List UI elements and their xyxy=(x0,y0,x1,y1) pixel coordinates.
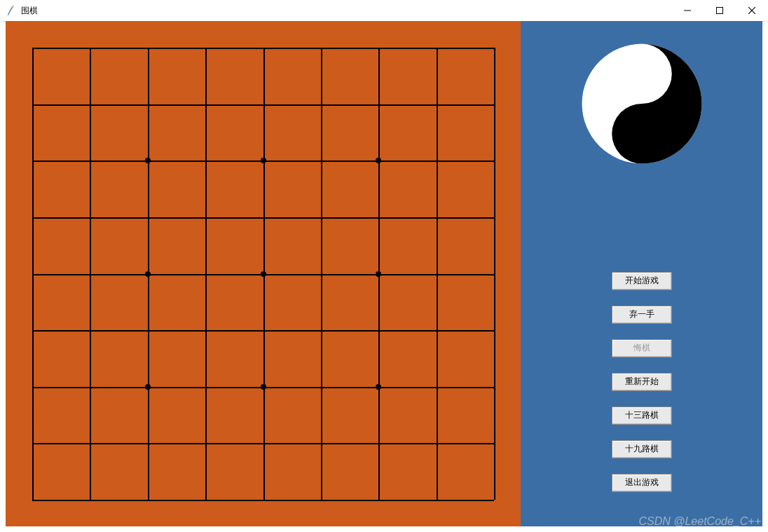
button-column: 开始游戏 弃一手 悔棋 重新开始 十三路棋 十九路棋 退出游戏 xyxy=(612,272,672,492)
restart-button[interactable]: 重新开始 xyxy=(612,373,672,391)
side-pane: 开始游戏 弃一手 悔棋 重新开始 十三路棋 十九路棋 退出游戏 xyxy=(521,21,762,526)
star-point xyxy=(145,158,151,163)
window-controls xyxy=(671,0,768,21)
grid-hline xyxy=(32,330,494,332)
board-pane xyxy=(6,21,521,526)
star-point xyxy=(261,271,266,277)
star-point xyxy=(145,384,151,390)
grid-vline xyxy=(494,48,495,500)
svg-point-5 xyxy=(635,67,649,81)
quit-button[interactable]: 退出游戏 xyxy=(612,474,672,492)
size19-button[interactable]: 十九路棋 xyxy=(612,440,672,458)
svg-point-6 xyxy=(635,127,649,141)
minimize-button[interactable] xyxy=(671,0,704,21)
go-board[interactable] xyxy=(32,48,494,500)
star-point xyxy=(376,158,381,163)
pass-button[interactable]: 弃一手 xyxy=(612,306,672,324)
maximize-button[interactable] xyxy=(704,0,736,21)
client-area: 开始游戏 弃一手 悔棋 重新开始 十三路棋 十九路棋 退出游戏 xyxy=(6,21,762,526)
undo-button[interactable]: 悔棋 xyxy=(612,339,672,357)
grid-hline xyxy=(32,500,494,501)
star-point xyxy=(261,158,266,163)
star-point xyxy=(376,271,381,277)
close-button[interactable] xyxy=(736,0,768,21)
size13-button[interactable]: 十三路棋 xyxy=(612,407,672,425)
star-point xyxy=(145,271,151,277)
svg-rect-1 xyxy=(717,8,723,14)
grid-hline xyxy=(32,443,494,444)
window-title: 围棋 xyxy=(21,5,38,17)
star-point xyxy=(261,384,266,390)
app-icon xyxy=(6,5,17,16)
start-button[interactable]: 开始游戏 xyxy=(612,272,672,290)
app-window: 围棋 xyxy=(0,0,768,532)
titlebar: 围棋 xyxy=(0,0,768,22)
grid-vline xyxy=(437,48,438,500)
yin-yang-icon xyxy=(579,41,705,167)
star-point xyxy=(376,384,381,390)
grid-vline xyxy=(321,48,322,500)
